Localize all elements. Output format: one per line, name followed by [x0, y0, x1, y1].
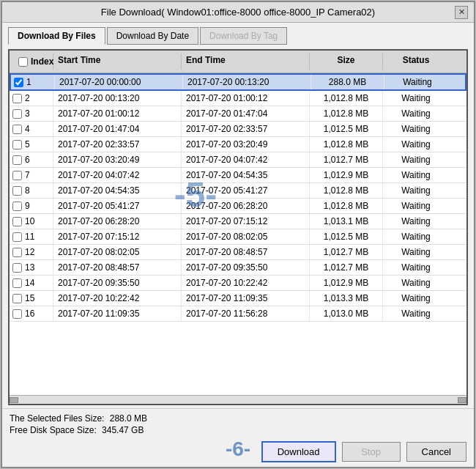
row-start-time: 2017-07-20 00:00:00	[55, 75, 183, 89]
row-end-time: 2017-07-20 03:20:49	[182, 137, 310, 152]
row-index: 15	[25, 293, 34, 303]
row-checkbox-cell[interactable]: 16	[10, 306, 53, 321]
tab-download-by-files[interactable]: Download By Files	[8, 27, 105, 45]
row-size: 1,013.1 MB	[310, 214, 383, 229]
tab-bar: Download By Files Download By Date Downl…	[2, 23, 474, 45]
row-start-time: 2017-07-20 06:28:20	[53, 214, 182, 229]
row-checkbox[interactable]	[12, 171, 22, 180]
table-row[interactable]: 10 2017-07-20 06:28:20 2017-07-20 07:15:…	[10, 214, 466, 229]
table-row[interactable]: 13 2017-07-20 08:48:57 2017-07-20 09:35:…	[10, 260, 466, 276]
row-checkbox[interactable]	[12, 94, 22, 103]
tab-download-by-date[interactable]: Download By Date	[107, 27, 198, 45]
table-row[interactable]: 14 2017-07-20 09:35:50 2017-07-20 10:22:…	[10, 276, 466, 291]
row-size: 1,012.7 MB	[310, 260, 383, 275]
row-checkbox-cell[interactable]: 2	[10, 91, 53, 106]
row-checkbox-cell[interactable]: 11	[10, 229, 53, 244]
row-checkbox[interactable]	[12, 140, 22, 149]
row-size: 1,012.8 MB	[310, 91, 383, 106]
row-checkbox[interactable]	[12, 248, 22, 257]
table-row[interactable]: 15 2017-07-20 10:22:42 2017-07-20 11:09:…	[10, 291, 466, 306]
row-checkbox[interactable]	[12, 217, 22, 226]
row-start-time: 2017-07-20 09:35:50	[53, 276, 182, 290]
download-button[interactable]: Download	[261, 441, 336, 462]
row-status: Waiting	[383, 199, 449, 213]
row-checkbox-cell[interactable]: 12	[10, 245, 53, 259]
row-checkbox-cell[interactable]: 14	[10, 276, 53, 290]
table-row[interactable]: 5 2017-07-20 02:33:57 2017-07-20 03:20:4…	[10, 137, 466, 152]
close-button[interactable]: ✕	[455, 6, 468, 19]
row-checkbox-cell[interactable]: 15	[10, 291, 53, 306]
table-row[interactable]: 4 2017-07-20 01:47:04 2017-07-20 02:33:5…	[10, 122, 466, 137]
row-checkbox-cell[interactable]: 1	[11, 75, 55, 89]
row-checkbox-cell[interactable]: 13	[10, 260, 53, 275]
row-end-time: 2017-07-20 09:35:50	[182, 260, 310, 275]
row-checkbox[interactable]	[12, 278, 22, 288]
file-table: -5- Index Start Time End Time Size Statu…	[8, 49, 468, 405]
row-status: Waiting	[383, 229, 449, 244]
row-index: 1	[26, 77, 31, 87]
row-start-time: 2017-07-20 03:20:49	[53, 152, 182, 167]
row-index: 11	[25, 232, 34, 242]
row-end-time: 2017-07-20 04:54:35	[182, 168, 310, 182]
row-checkbox[interactable]	[12, 232, 22, 242]
horizontal-scrollbar[interactable]	[10, 395, 466, 404]
footer: The Selected Files Size: 288.0 MB Free D…	[2, 408, 474, 467]
table-row[interactable]: 7 2017-07-20 04:07:42 2017-07-20 04:54:3…	[10, 168, 466, 183]
row-index: 7	[25, 170, 30, 180]
row-checkbox-cell[interactable]: 5	[10, 137, 53, 152]
row-start-time: 2017-07-20 08:02:05	[53, 245, 182, 259]
table-row[interactable]: 8 2017-07-20 04:54:35 2017-07-20 05:41:2…	[10, 183, 466, 199]
row-status: Waiting	[383, 183, 449, 198]
col-header-start: Start Time	[53, 53, 182, 70]
row-checkbox[interactable]	[12, 109, 22, 119]
row-start-time: 2017-07-20 00:13:20	[53, 91, 182, 106]
row-size: 1,012.8 MB	[310, 137, 383, 152]
table-row[interactable]: 6 2017-07-20 03:20:49 2017-07-20 04:07:4…	[10, 152, 466, 168]
row-end-time: 2017-07-20 11:09:35	[182, 291, 310, 306]
row-checkbox[interactable]	[12, 294, 22, 303]
row-start-time: 2017-07-20 11:09:35	[53, 306, 182, 321]
watermark-six: -6-	[226, 437, 250, 461]
table-row[interactable]: 16 2017-07-20 11:09:35 2017-07-20 11:56:…	[10, 306, 466, 322]
row-checkbox[interactable]	[12, 202, 22, 211]
row-start-time: 2017-07-20 02:33:57	[53, 137, 182, 152]
table-body: 1 2017-07-20 00:00:00 2017-07-20 00:13:2…	[10, 73, 466, 395]
row-end-time: 2017-07-20 06:28:20	[182, 199, 310, 213]
row-index: 4	[25, 124, 30, 134]
cancel-button[interactable]: Cancel	[406, 442, 466, 462]
row-status: Waiting	[383, 306, 449, 321]
row-checkbox[interactable]	[12, 125, 22, 134]
row-index: 8	[25, 185, 30, 196]
row-end-time: 2017-07-20 02:33:57	[182, 122, 310, 136]
table-row[interactable]: 1 2017-07-20 00:00:00 2017-07-20 00:13:2…	[10, 73, 466, 91]
row-index: 14	[25, 278, 34, 288]
select-all-checkbox[interactable]	[18, 57, 28, 67]
row-end-time: 2017-07-20 04:07:42	[182, 152, 310, 167]
table-row[interactable]: 11 2017-07-20 07:15:12 2017-07-20 08:02:…	[10, 229, 466, 245]
row-size: 1,013.3 MB	[310, 291, 383, 306]
row-checkbox-cell[interactable]: 9	[10, 199, 53, 213]
row-checkbox[interactable]	[14, 78, 23, 87]
row-checkbox-cell[interactable]: 6	[10, 152, 53, 167]
row-checkbox[interactable]	[12, 309, 22, 319]
row-status: Waiting	[383, 245, 449, 259]
table-row[interactable]: 9 2017-07-20 05:41:27 2017-07-20 06:28:2…	[10, 199, 466, 214]
row-checkbox[interactable]	[12, 263, 22, 273]
row-checkbox-cell[interactable]: 3	[10, 106, 53, 121]
row-checkbox-cell[interactable]: 8	[10, 183, 53, 198]
row-end-time: 2017-07-20 11:56:28	[182, 306, 310, 321]
row-status: Waiting	[383, 106, 449, 121]
row-checkbox[interactable]	[12, 186, 22, 196]
table-row[interactable]: 2 2017-07-20 00:13:20 2017-07-20 01:00:1…	[10, 91, 466, 106]
row-index: 13	[25, 262, 34, 273]
row-index: 10	[25, 216, 34, 226]
row-checkbox-cell[interactable]: 7	[10, 168, 53, 182]
table-row[interactable]: 3 2017-07-20 01:00:12 2017-07-20 01:47:0…	[10, 106, 466, 122]
row-checkbox[interactable]	[12, 155, 22, 165]
row-checkbox-cell[interactable]: 4	[10, 122, 53, 136]
table-row[interactable]: 12 2017-07-20 08:02:05 2017-07-20 08:48:…	[10, 245, 466, 260]
footer-buttons: -6- Download Stop Cancel	[10, 441, 466, 462]
row-status: Waiting	[383, 214, 449, 229]
row-checkbox-cell[interactable]: 10	[10, 214, 53, 229]
row-status: Waiting	[383, 260, 449, 275]
